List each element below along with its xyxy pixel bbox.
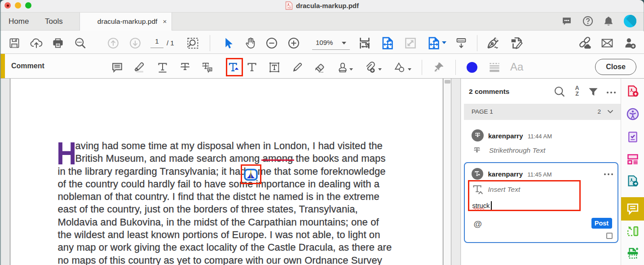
svg-text:PDF: PDF — [287, 7, 291, 9]
